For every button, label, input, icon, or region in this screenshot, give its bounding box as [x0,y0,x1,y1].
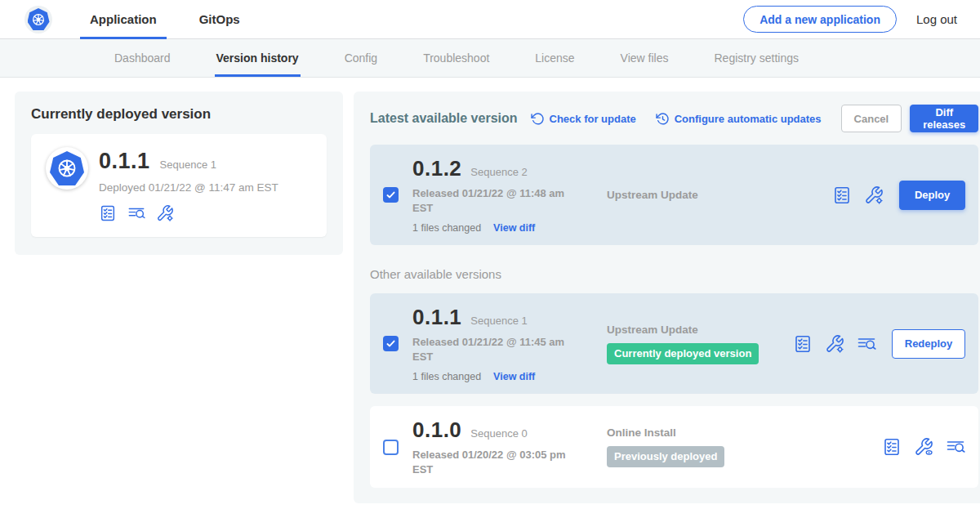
view-diff-link[interactable]: View diff [493,222,535,234]
released-timestamp: Released 01/21/22 @ 11:48 am EST [412,186,569,215]
currently-deployed-title: Currently deployed version [31,106,327,123]
previously-deployed-badge: Previously deployed [607,446,724,467]
version-row-0-1-1: 0.1.1 Sequence 1 Released 01/21/22 @ 11:… [370,293,978,394]
edit-config-icon[interactable] [864,185,884,205]
latest-available-title: Latest available version [370,111,518,126]
app-sub-nav: Dashboard Version history Config Trouble… [0,39,980,78]
subnav-dashboard[interactable]: Dashboard [113,39,172,77]
add-application-button[interactable]: Add a new application [743,6,897,33]
available-updates-panel: Latest available version Check for updat… [354,92,980,503]
version-number: 0.1.1 [412,305,461,330]
files-changed-label: 1 files changed [412,222,481,234]
preflight-checks-icon[interactable] [793,334,813,354]
schedule-update-icon [656,112,670,126]
configure-automatic-updates-label: Configure automatic updates [675,113,822,125]
released-timestamp: Released 01/21/22 @ 11:45 am EST [412,335,569,364]
kubernetes-logo [24,6,52,33]
main-content: Currently deployed version 0.1.1 Sequenc… [0,78,980,503]
version-row-0-1-2: 0.1.2 Sequence 2 Released 01/21/22 @ 11:… [370,145,978,245]
version-number: 0.1.2 [412,156,461,181]
deployed-version-card: 0.1.1 Sequence 1 Deployed 01/21/22 @ 11:… [31,134,327,237]
subnav-license[interactable]: License [533,39,576,77]
version-select-checkbox[interactable] [383,336,399,351]
subnav-version-history[interactable]: Version history [215,39,301,77]
redeploy-button[interactable]: Redeploy [892,329,966,359]
top-nav: Application GitOps Add a new application… [0,0,980,39]
version-source-label: Upstream Update [607,189,832,201]
deploy-button[interactable]: Deploy [899,181,965,210]
check-for-update-link[interactable]: Check for update [531,112,636,126]
configure-automatic-updates-link[interactable]: Configure automatic updates [656,112,822,126]
tab-application[interactable]: Application [80,0,167,39]
sequence-label: Sequence 0 [470,427,527,440]
version-select-checkbox[interactable] [383,440,399,455]
deploy-logs-icon[interactable] [127,204,145,222]
version-source-label: Upstream Update [607,324,793,336]
sequence-label: Sequence 2 [470,166,527,178]
view-diff-link[interactable]: View diff [493,371,535,382]
subnav-troubleshoot[interactable]: Troubleshoot [421,39,491,77]
version-row-0-1-0: 0.1.0 Sequence 0 Released 01/20/22 @ 03:… [370,406,978,488]
other-versions-title: Other available versions [370,267,978,281]
view-config-icon[interactable] [914,437,933,457]
diff-releases-button[interactable]: Diff releases [910,105,978,132]
deployed-sequence-label: Sequence 1 [160,159,216,171]
subnav-view-files[interactable]: View files [619,39,670,77]
deploy-logs-icon[interactable] [946,437,965,457]
logout-link[interactable]: Log out [916,12,957,26]
check-icon [385,190,396,200]
tab-gitops-label: GitOps [199,12,240,26]
files-changed-label: 1 files changed [412,371,481,382]
currently-deployed-panel: Currently deployed version 0.1.1 Sequenc… [15,92,343,255]
preflight-checks-icon[interactable] [882,437,902,457]
version-select-checkbox[interactable] [383,187,399,203]
version-source-label: Online Install [607,426,882,439]
deployed-timestamp: Deployed 01/21/22 @ 11:47 am EST [99,181,278,194]
app-icon [46,147,88,190]
edit-config-icon[interactable] [156,204,174,222]
currently-deployed-badge: Currently deployed version [607,343,759,364]
subnav-registry-settings[interactable]: Registry settings [712,39,800,77]
preflight-checks-icon[interactable] [832,185,852,205]
deploy-logs-icon[interactable] [857,334,876,354]
tab-application-label: Application [90,12,157,26]
subnav-config[interactable]: Config [343,39,379,77]
version-number: 0.1.0 [412,418,461,443]
sequence-label: Sequence 1 [470,315,527,327]
preflight-checks-icon[interactable] [99,204,117,222]
deployed-version-number: 0.1.1 [99,149,150,174]
refresh-icon [531,112,545,126]
check-icon [385,338,396,349]
cancel-button[interactable]: Cancel [841,105,902,132]
released-timestamp: Released 01/20/22 @ 03:05 pm EST [412,448,569,476]
tab-gitops[interactable]: GitOps [189,0,250,39]
edit-config-icon[interactable] [825,334,844,354]
check-for-update-label: Check for update [550,113,636,125]
